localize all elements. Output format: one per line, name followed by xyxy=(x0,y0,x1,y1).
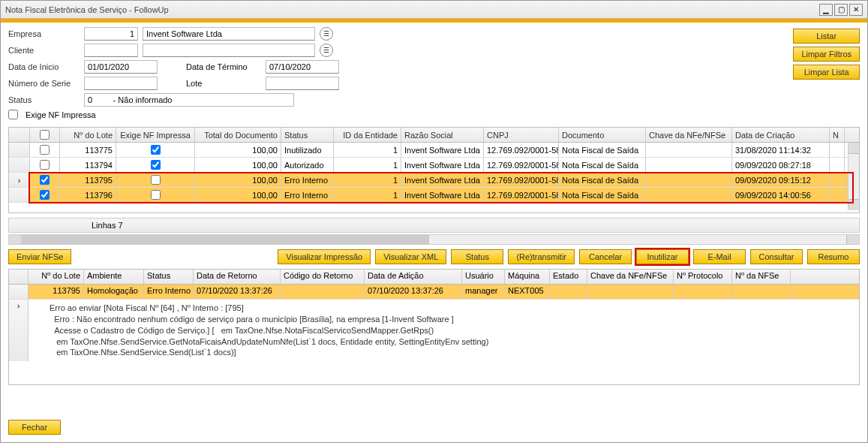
empresa-name-input[interactable] xyxy=(143,27,315,41)
table-row[interactable]: 113775100,00Inutilizado1Invent Software … xyxy=(9,143,859,158)
col-doc[interactable]: Documento xyxy=(559,128,646,142)
status-button[interactable]: Status xyxy=(451,249,503,264)
close-button[interactable]: ✕ xyxy=(849,4,863,16)
table-row[interactable]: ›113795100,00Erro Interno1Invent Softwar… xyxy=(9,173,859,188)
cell-exige[interactable] xyxy=(116,158,195,172)
main-grid-body: 113775100,00Inutilizado1Invent Software … xyxy=(9,143,859,203)
cell-exige[interactable] xyxy=(116,173,195,187)
col-chave[interactable]: Chave da NFe/NFSe xyxy=(646,128,732,142)
cell-chave xyxy=(646,143,732,157)
cell-chave xyxy=(646,188,732,202)
exige-checkbox[interactable] xyxy=(151,190,161,200)
cell-lote: 113796 xyxy=(60,188,116,202)
col-ident[interactable]: ID da Entidade xyxy=(334,128,401,142)
row-checkbox-cell[interactable] xyxy=(30,158,60,172)
numero-serie-input[interactable] xyxy=(84,77,158,90)
exige-checkbox[interactable] xyxy=(151,175,161,185)
detail-adicao: 07/10/2020 13:37:26 xyxy=(365,285,462,299)
row-checkbox[interactable] xyxy=(40,145,50,155)
dcol-lote[interactable]: Nº do Lote xyxy=(29,270,84,284)
col-n[interactable]: N xyxy=(830,128,845,142)
status-label: Status xyxy=(8,95,80,104)
dcol-codigo[interactable]: Código do Retorno xyxy=(281,270,365,284)
cell-lote: 113794 xyxy=(60,158,116,172)
cell-exige[interactable] xyxy=(116,143,195,157)
check-all-header[interactable] xyxy=(30,128,60,142)
cancelar-button[interactable]: Cancelar xyxy=(579,249,632,264)
cliente-lookup-icon[interactable]: ☰ xyxy=(320,44,333,57)
col-total[interactable]: Total do Documento xyxy=(195,128,281,142)
footer: Fechar xyxy=(8,420,61,435)
limpar-lista-button[interactable]: Limpar Lista xyxy=(793,65,860,80)
exige-nf-checkbox[interactable] xyxy=(8,110,18,119)
exige-checkbox[interactable] xyxy=(151,160,161,170)
limpar-filtros-button[interactable]: Limpar Filtros xyxy=(793,47,860,62)
cell-razao: Invent Software Ltda xyxy=(401,173,484,187)
detail-expand-indicator[interactable]: › xyxy=(9,300,29,361)
col-razao[interactable]: Razão Social xyxy=(401,128,484,142)
cliente-code-input[interactable] xyxy=(84,44,138,57)
dcol-chave[interactable]: Chave da NFe/NFSe xyxy=(587,270,674,284)
detail-lote: 113795 xyxy=(29,285,84,299)
dcol-adicao[interactable]: Data de Adição xyxy=(365,270,462,284)
row-indicator xyxy=(9,158,30,172)
dcol-usuario[interactable]: Usuário xyxy=(462,270,505,284)
main-grid-header: Nº do Lote Exige NF Impressa Total do Do… xyxy=(9,128,859,143)
table-row[interactable]: 113794100,00Autorizado1Invent Software L… xyxy=(9,158,859,173)
dcol-protocolo[interactable]: Nº Protocolo xyxy=(674,270,732,284)
enviar-nfse-button[interactable]: Enviar NFSe xyxy=(8,249,71,264)
detail-row[interactable]: 113795 Homologação Erro Interno 07/10/20… xyxy=(9,285,859,300)
dcol-ambiente[interactable]: Ambiente xyxy=(84,270,144,284)
cliente-name-input[interactable] xyxy=(143,44,315,57)
row-checkbox-cell[interactable] xyxy=(30,188,60,202)
retransmitir-button[interactable]: (Re)transmitir xyxy=(508,249,575,264)
data-termino-input[interactable] xyxy=(266,60,339,74)
email-button[interactable]: E-Mail xyxy=(693,249,746,264)
cell-exige[interactable] xyxy=(116,188,195,202)
resumo-button[interactable]: Resumo xyxy=(807,249,860,264)
table-row[interactable]: 113796100,00Erro Interno1Invent Software… xyxy=(9,188,859,203)
dcol-maquina[interactable]: Máquina xyxy=(505,270,550,284)
hscroll-thumb[interactable] xyxy=(21,235,429,244)
cell-cnpj: 12.769.092/0001-58 xyxy=(484,188,559,202)
status-select[interactable] xyxy=(84,93,294,107)
fechar-button[interactable]: Fechar xyxy=(8,420,61,435)
listar-button[interactable]: Listar xyxy=(793,29,860,44)
col-data[interactable]: Data de Criação xyxy=(732,128,830,142)
col-lote[interactable]: Nº do Lote xyxy=(60,128,116,142)
row-checkbox[interactable] xyxy=(40,160,50,170)
cell-status: Erro Interno xyxy=(281,188,334,202)
consultar-button[interactable]: Consultar xyxy=(750,249,803,264)
cell-cnpj: 12.769.092/0001-58 xyxy=(484,143,559,157)
empresa-code-input[interactable] xyxy=(84,27,138,41)
empresa-lookup-icon[interactable]: ☰ xyxy=(320,27,333,41)
inutilizar-button[interactable]: Inutilizar xyxy=(636,249,689,264)
col-cnpj[interactable]: CNPJ xyxy=(484,128,559,142)
cell-total: 100,00 xyxy=(195,188,281,202)
minimize-button[interactable]: ▁ xyxy=(819,4,833,16)
cell-n xyxy=(830,143,845,157)
visualizar-impressao-button[interactable]: Visualizar Impressão xyxy=(278,249,371,264)
visualizar-xml-button[interactable]: Visualizar XML xyxy=(375,249,446,264)
vertical-scrollbar[interactable] xyxy=(848,143,859,210)
dcol-estado[interactable]: Estado xyxy=(550,270,587,284)
row-indicator xyxy=(9,143,30,157)
row-checkbox-cell[interactable] xyxy=(30,173,60,187)
horizontal-scrollbar[interactable] xyxy=(8,234,860,245)
dcol-retorno[interactable]: Data de Retorno xyxy=(194,270,281,284)
row-checkbox[interactable] xyxy=(40,175,50,185)
dcol-status[interactable]: Status xyxy=(144,270,194,284)
window-title: Nota Fiscal Eletrônica de Serviço - Foll… xyxy=(5,5,169,14)
detail-grid: Nº do Lote Ambiente Status Data de Retor… xyxy=(8,269,860,385)
exige-checkbox[interactable] xyxy=(151,145,161,155)
row-checkbox[interactable] xyxy=(40,190,50,200)
dcol-nfse[interactable]: Nº da NFSe xyxy=(732,270,791,284)
data-inicio-input[interactable] xyxy=(84,60,158,74)
row-checkbox-cell[interactable] xyxy=(30,143,60,157)
col-status[interactable]: Status xyxy=(281,128,334,142)
check-all-checkbox[interactable] xyxy=(40,130,50,140)
lote-input[interactable] xyxy=(266,77,339,90)
col-exige[interactable]: Exige NF Impressa xyxy=(116,128,195,142)
side-buttons: Listar Limpar Filtros Limpar Lista xyxy=(793,29,860,80)
maximize-button[interactable]: ▢ xyxy=(834,4,848,16)
